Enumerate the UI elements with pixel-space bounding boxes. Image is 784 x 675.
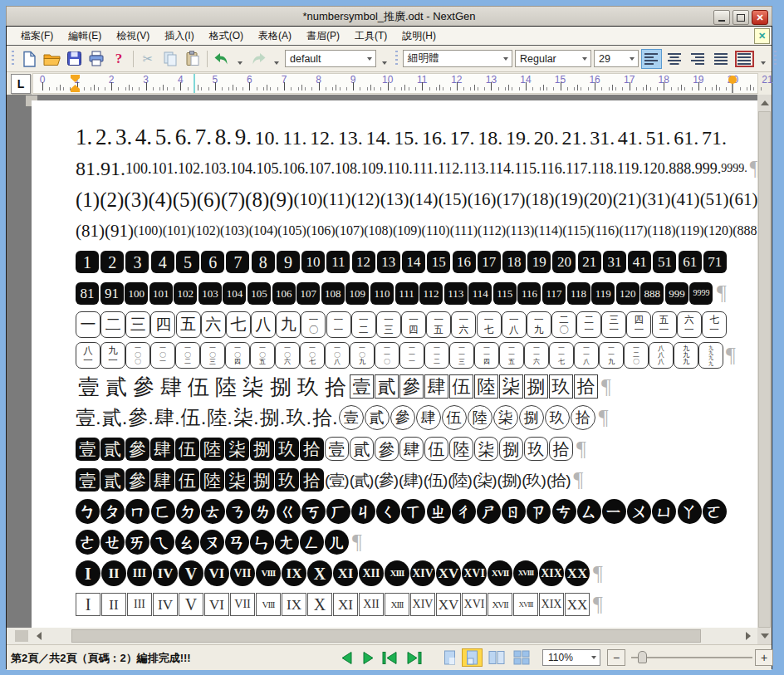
new-document-button[interactable]	[19, 49, 39, 69]
zoom-combo[interactable]: 110%	[542, 649, 600, 666]
tab-stop-selector[interactable]: L	[11, 74, 31, 94]
align-left-button[interactable]	[641, 49, 662, 69]
symbol-item: 陸	[200, 468, 224, 492]
symbol-item: 31.	[590, 128, 615, 148]
cursor-position-indicator	[194, 74, 195, 93]
align-right-button[interactable]	[688, 49, 708, 69]
symbol-item: (116)	[590, 224, 619, 237]
redo-dropdown[interactable]	[271, 50, 282, 68]
font-name-combo[interactable]: 細明體	[403, 50, 512, 67]
symbol-item: 21.	[561, 128, 586, 148]
next-page-button[interactable]	[358, 649, 378, 666]
symbol-item: 陸	[449, 437, 473, 461]
horizontal-scrollbar[interactable]	[7, 628, 757, 644]
paragraph-style-combo[interactable]: default	[285, 50, 376, 67]
right-indent-marker[interactable]	[728, 76, 737, 84]
symbol-item: X	[307, 560, 332, 586]
zoom-slider-track[interactable]	[631, 657, 752, 658]
horizontal-scroll-thumb[interactable]	[71, 629, 701, 643]
copy-button[interactable]	[160, 49, 180, 69]
align-center-icon	[668, 53, 682, 65]
scroll-up-button[interactable]	[758, 96, 771, 110]
paragraph-style-value: default	[290, 53, 321, 65]
symbol-item: 貳	[100, 468, 125, 492]
symbol-item: 柒	[225, 438, 249, 461]
symbol-item: IX	[282, 560, 306, 586]
symbol-item: ㄒ	[401, 499, 425, 524]
horizontal-ruler[interactable]: 0123456789101112131415161718192021	[32, 73, 758, 94]
print-button[interactable]	[86, 49, 106, 69]
symbol-item: 15	[427, 251, 450, 273]
paste-button[interactable]	[183, 49, 203, 69]
scroll-right-button[interactable]	[741, 629, 756, 643]
single-page-view-button[interactable]	[439, 648, 460, 667]
pilcrow-mark: ¶	[599, 405, 609, 430]
redo-button[interactable]	[248, 49, 268, 69]
symbol-item: (115)	[562, 224, 590, 237]
justify-distribute-button[interactable]	[734, 49, 755, 69]
menu-item-format[interactable]: 格式(O)	[202, 27, 251, 46]
book-view-button[interactable]	[462, 648, 483, 667]
style-overflow-button[interactable]	[379, 50, 390, 68]
menu-item-edit[interactable]: 編輯(E)	[61, 27, 109, 46]
close-button[interactable]: ✕	[752, 10, 768, 25]
save-button[interactable]	[64, 49, 84, 69]
doc-line: 一二三四五六七八九一〇一一一二一三一四一五一六一七一八一九二〇二一三一四一五一六…	[76, 309, 727, 340]
two-page-view-icon	[488, 650, 505, 665]
undo-dropdown[interactable]	[234, 50, 246, 68]
help-button[interactable]: ?	[109, 49, 129, 69]
symbol-item: 81.	[76, 159, 100, 179]
first-page-button[interactable]	[380, 649, 400, 666]
last-page-button[interactable]	[404, 649, 424, 666]
toolbar-grip[interactable]	[774, 51, 777, 67]
font-style-combo[interactable]: Regular	[515, 50, 591, 67]
font-size-combo[interactable]: 29	[594, 50, 639, 67]
symbol-item: (壹)	[325, 472, 349, 488]
maximize-button[interactable]	[733, 10, 749, 25]
symbol-item: 捌	[270, 376, 292, 398]
symbol-item: 拾	[325, 376, 346, 398]
document-page[interactable]: 1.2.3.4.5.6.7.8.9.10.11.12.13.14.15.16.1…	[32, 100, 757, 628]
symbol-item: 二	[100, 311, 125, 338]
menu-item-insert[interactable]: 插入(I)	[157, 27, 201, 46]
symbol-item: XV	[436, 593, 461, 616]
symbol-item: 15.	[394, 128, 419, 148]
symbol-item: III	[127, 593, 152, 616]
symbol-item: 柒.	[233, 408, 259, 428]
align-center-button[interactable]	[664, 49, 685, 69]
menu-item-help[interactable]: 說明(H)	[394, 27, 443, 46]
two-page-view-button[interactable]	[486, 648, 507, 667]
justify-button[interactable]	[711, 49, 732, 69]
doc-line: 1234567891011121314151617181920213141516…	[76, 247, 727, 278]
doc-line: (1)(2)(3)(4)(5)(6)(7)(8)(9)(10)(11)(12)(…	[76, 184, 727, 216]
scroll-left-button[interactable]	[32, 629, 47, 643]
symbol-item: 111	[395, 282, 419, 305]
toolbar-grip[interactable]	[12, 51, 14, 67]
vertical-scroll-thumb[interactable]	[758, 111, 771, 628]
menu-item-table[interactable]: 表格(A)	[251, 27, 299, 46]
minimize-button[interactable]	[713, 10, 730, 25]
zoom-in-button[interactable]: +	[755, 649, 773, 666]
menu-item-tools[interactable]: 工具(T)	[347, 27, 394, 46]
menu-item-file[interactable]: 檔案(F)	[13, 27, 61, 46]
open-button[interactable]	[42, 49, 61, 69]
symbol-item: 貳.	[102, 408, 128, 428]
toolbar-grip[interactable]	[395, 51, 398, 67]
close-document-button[interactable]: ✕	[754, 28, 770, 44]
doc-line: 81.91.100.101.102.103.104.105.106.107.10…	[76, 154, 727, 185]
symbol-item: 103	[198, 282, 222, 305]
zoom-slider-thumb[interactable]	[638, 651, 647, 663]
multi-page-view-button[interactable]	[511, 648, 532, 667]
symbol-item: ㄡ	[200, 530, 224, 555]
menu-item-view[interactable]: 檢視(V)	[109, 27, 157, 46]
previous-page-button[interactable]	[337, 649, 357, 666]
cut-button[interactable]: ✂	[138, 49, 158, 69]
zoom-out-button[interactable]: −	[607, 649, 625, 666]
align-overflow-button[interactable]	[757, 50, 769, 68]
menu-item-header[interactable]: 書眉(P)	[299, 27, 347, 46]
scroll-down-button[interactable]	[758, 629, 771, 643]
symbol-item: 101	[149, 282, 173, 305]
single-page-view-icon	[443, 650, 456, 665]
vertical-scrollbar[interactable]	[757, 95, 772, 644]
undo-button[interactable]	[212, 49, 232, 69]
